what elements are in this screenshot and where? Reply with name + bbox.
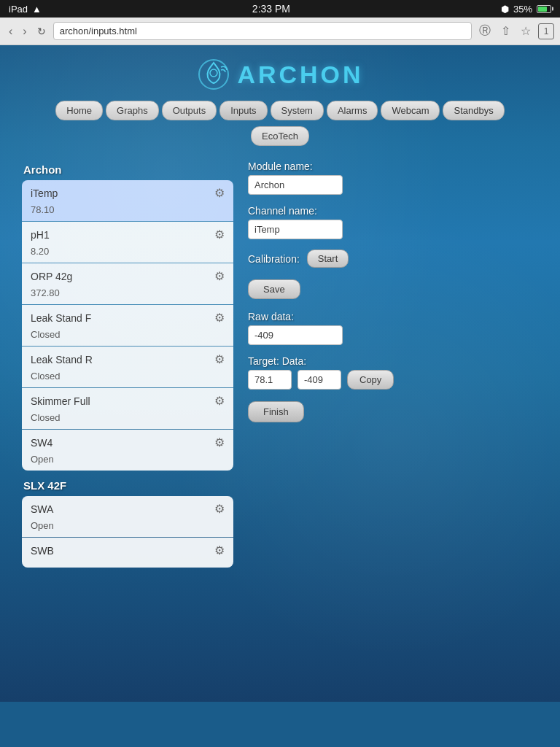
module-item-leakf-value: Closed [22, 328, 233, 346]
finish-button[interactable]: Finish [248, 401, 304, 422]
module-item-itemp-name: iTemp [31, 187, 58, 199]
module-item-leakr[interactable]: Leak Stand R ⚙ Closed [22, 347, 233, 387]
gear-icon-sw4[interactable]: ⚙ [214, 436, 225, 449]
reload-button[interactable]: ↻ [34, 24, 49, 39]
raw-data-label: Raw data: [248, 311, 538, 322]
battery-percent: 35% [513, 4, 532, 15]
svg-point-0 [199, 60, 228, 89]
module-name-input[interactable] [248, 175, 343, 195]
module-item-leakr-value: Closed [22, 369, 233, 387]
nav-bar: Home Graphs Outputs Inputs System Alarms… [0, 98, 560, 126]
gear-icon-skimmer[interactable]: ⚙ [214, 394, 225, 408]
bluetooth-icon: ⬢ [501, 4, 509, 15]
svg-point-1 [210, 69, 217, 77]
module-item-sw4[interactable]: SW4 ⚙ Open [22, 430, 233, 471]
bookmark-icon[interactable]: ☆ [518, 23, 534, 39]
main-content: Archon iTemp ⚙ 78.10 pH1 ⚙ 8.20 [0, 153, 560, 581]
carrier-label: iPad [9, 4, 28, 15]
data-value-input[interactable] [298, 370, 341, 390]
slx-module-list: SWA ⚙ Open SWB ⚙ [22, 496, 233, 568]
module-name-label: Module name: [248, 160, 538, 172]
nav-outputs[interactable]: Outputs [162, 101, 217, 120]
status-left: iPad ▲ [9, 4, 42, 15]
module-item-leakr-name: Leak Stand R [31, 354, 93, 365]
status-bar: iPad ▲ 2:33 PM ⬢ 35% [0, 0, 560, 18]
gear-icon-swa[interactable]: ⚙ [214, 502, 225, 516]
module-item-orp-name: ORP 42g [31, 271, 72, 282]
target-value-input[interactable] [248, 370, 292, 390]
forward-button[interactable]: › [20, 23, 29, 39]
logo-text: ARCHON [237, 61, 363, 89]
browser-chrome: ‹ › ↻ Ⓡ ⇧ ☆ 1 [0, 18, 560, 45]
logo-container: ARCHON [196, 57, 363, 92]
wifi-icon: ▲ [32, 4, 42, 15]
tab-counter[interactable]: 1 [538, 23, 554, 39]
gear-icon-leakf[interactable]: ⚙ [214, 311, 225, 325]
module-item-swb[interactable]: SWB ⚙ [22, 538, 233, 568]
copy-button[interactable]: Copy [347, 370, 394, 390]
module-item-leakf[interactable]: Leak Stand F ⚙ Closed [22, 305, 233, 346]
nav-home[interactable]: Home [55, 101, 103, 120]
header: ARCHON [0, 45, 560, 98]
calibration-row: Calibration: Start [248, 249, 538, 268]
module-item-swa-value: Open [22, 519, 233, 537]
nav-system[interactable]: System [271, 101, 324, 120]
nav-graphs[interactable]: Graphs [106, 101, 159, 120]
upload-icon[interactable]: ⇧ [498, 23, 513, 39]
status-right: ⬢ 35% [501, 4, 551, 15]
gear-icon-leakr[interactable]: ⚙ [214, 352, 225, 366]
module-item-sw4-name: SW4 [31, 437, 52, 449]
nav-standbys[interactable]: Standbys [443, 101, 504, 120]
logo-icon [196, 57, 231, 92]
back-button[interactable]: ‹ [6, 23, 15, 39]
target-data-label: Target: Data: [248, 355, 538, 367]
module-panel: Archon iTemp ⚙ 78.10 pH1 ⚙ 8.20 [22, 160, 233, 573]
gear-icon-orp[interactable]: ⚙ [214, 269, 225, 283]
module-item-itemp-value: 78.10 [22, 203, 233, 221]
archon-module-list: iTemp ⚙ 78.10 pH1 ⚙ 8.20 ORP 42g ⚙ [22, 180, 233, 471]
group-label-archon: Archon [22, 160, 233, 180]
nav-inputs[interactable]: Inputs [219, 101, 267, 120]
nav-webcam[interactable]: Webcam [381, 101, 440, 120]
share-icon[interactable]: Ⓡ [476, 22, 494, 40]
save-button[interactable]: Save [248, 279, 300, 299]
module-item-skimmer-name: Skimmer Full [31, 395, 90, 407]
settings-panel: Module name: Channel name: Calibration: … [248, 160, 538, 573]
group-label-slx: SLX 42F [22, 476, 233, 496]
time-display: 2:33 PM [252, 3, 290, 15]
gear-icon-ph1[interactable]: ⚙ [214, 228, 225, 241]
gear-icon-itemp[interactable]: ⚙ [214, 186, 225, 200]
module-item-orp[interactable]: ORP 42g ⚙ 372.80 [22, 263, 233, 304]
gear-icon-swb[interactable]: ⚙ [214, 543, 225, 557]
target-data-row: Copy [248, 370, 538, 390]
nav-ecotech[interactable]: EcoTech [251, 126, 309, 146]
page-background: ARCHON Home Graphs Outputs Inputs System… [0, 45, 560, 702]
module-item-orp-value: 372.80 [22, 286, 233, 304]
module-item-skimmer-value: Closed [22, 411, 233, 429]
module-item-ph1-value: 8.20 [22, 244, 233, 263]
module-item-itemp[interactable]: iTemp ⚙ 78.10 [22, 180, 233, 221]
module-item-leakf-name: Leak Stand F [31, 312, 91, 324]
module-item-ph1[interactable]: pH1 ⚙ 8.20 [22, 222, 233, 263]
module-item-swa-name: SWA [31, 503, 53, 515]
battery-icon [537, 5, 551, 13]
module-item-ph1-name: pH1 [31, 229, 50, 241]
module-item-sw4-value: Open [22, 452, 233, 471]
calibration-start-button[interactable]: Start [307, 249, 349, 268]
module-item-swb-value [22, 560, 233, 568]
channel-name-label: Channel name: [248, 205, 538, 217]
calibration-label: Calibration: [248, 253, 300, 265]
module-item-swa[interactable]: SWA ⚙ Open [22, 496, 233, 537]
module-item-skimmer[interactable]: Skimmer Full ⚙ Closed [22, 388, 233, 429]
url-bar[interactable] [53, 22, 472, 40]
nav-alarms[interactable]: Alarms [327, 101, 378, 120]
module-item-swb-name: SWB [31, 545, 54, 557]
channel-name-input[interactable] [248, 220, 343, 239]
raw-data-input[interactable] [248, 325, 343, 345]
